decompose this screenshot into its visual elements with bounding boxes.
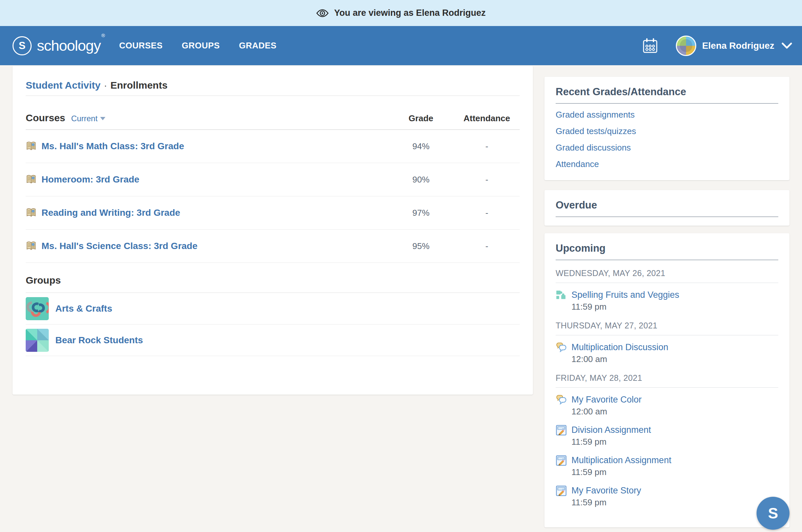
view-as-text: You are viewing as Elena Rodriguez xyxy=(334,8,485,18)
course-link[interactable]: Ms. Hall's Science Class: 3rd Grade xyxy=(26,241,388,252)
group-link[interactable]: Bear Rock Students xyxy=(26,329,143,352)
user-avatar[interactable] xyxy=(676,36,696,56)
top-nav: S schoology® COURSES GROUPS GRADES Elena… xyxy=(0,26,802,65)
upcoming-event: Multiplication Assignment 11:59 pm xyxy=(556,454,778,478)
upcoming-event: Multiplication Discussion 12:00 am xyxy=(556,341,778,365)
group-link[interactable]: Arts & Crafts xyxy=(26,297,112,320)
nav-right: Elena Rodriguez xyxy=(642,36,792,56)
course-grade: 94% xyxy=(388,141,454,152)
breadcrumb-separator: · xyxy=(104,80,107,91)
column-header-attendance: Attendance xyxy=(454,111,520,126)
courses-heading: Courses xyxy=(26,110,65,126)
bear-rock-avatar xyxy=(26,329,49,352)
upcoming-date: WEDNESDAY, MAY 26, 2021 xyxy=(556,267,778,283)
upcoming-date: FRIDAY, MAY 28, 2021 xyxy=(556,372,778,388)
course-link[interactable]: Reading and Writing: 3rd Grade xyxy=(26,207,388,218)
support-button[interactable]: S xyxy=(757,497,789,530)
recent-grades-heading: Recent Grades/Attendance xyxy=(556,85,778,104)
registered-mark: ® xyxy=(101,33,105,38)
upcoming-event: My Favorite Color 12:00 am xyxy=(556,394,778,417)
recent-grades-panel: Recent Grades/Attendance Graded assignme… xyxy=(545,77,789,180)
upcoming-heading: Upcoming xyxy=(556,241,778,260)
course-grade: 97% xyxy=(388,208,454,218)
brand-name: schoology® xyxy=(37,38,104,53)
course-book-icon xyxy=(26,141,37,152)
event-link[interactable]: My Favorite Story xyxy=(571,484,641,496)
course-row: Ms. Hall's Math Class: 3rd Grade 94% - xyxy=(26,130,520,163)
groups-heading: Groups xyxy=(26,273,520,293)
upcoming-date: THURSDAY, MAY 27, 2021 xyxy=(556,320,778,335)
arts-crafts-avatar xyxy=(26,297,49,320)
breadcrumb-student-activity-link[interactable]: Student Activity xyxy=(26,80,100,91)
eye-icon xyxy=(316,8,329,18)
event-time: 12:00 am xyxy=(571,353,668,365)
schoology-page: You are viewing as Elena Rodriguez S sch… xyxy=(0,0,802,532)
assignment-icon xyxy=(556,424,567,436)
courses-header-row: Courses Current Grade Attendance xyxy=(26,110,520,130)
link-graded-tests-quizzes[interactable]: Graded tests/quizzes xyxy=(556,123,778,139)
caret-down-icon xyxy=(100,117,106,120)
event-link[interactable]: Multiplication Discussion xyxy=(571,341,668,353)
puzzle-icon xyxy=(556,289,566,300)
schoology-mark-icon: S xyxy=(13,36,32,55)
event-link[interactable]: My Favorite Color xyxy=(571,394,642,405)
course-grade: 95% xyxy=(388,241,454,251)
course-book-icon xyxy=(26,241,37,252)
course-attendance: - xyxy=(454,208,520,218)
overdue-heading: Overdue xyxy=(556,198,778,217)
event-link[interactable]: Multiplication Assignment xyxy=(571,454,671,466)
event-link[interactable]: Spelling Fruits and Veggies xyxy=(571,289,679,301)
column-header-grade: Grade xyxy=(388,111,454,126)
enrollments-panel: Student Activity·Enrollments Courses Cur… xyxy=(13,66,533,395)
upcoming-day: THURSDAY, MAY 27, 2021 Multiplication Di… xyxy=(556,320,778,365)
course-link[interactable]: Ms. Hall's Math Class: 3rd Grade xyxy=(26,141,388,152)
link-graded-discussions[interactable]: Graded discussions xyxy=(556,139,778,156)
calendar-icon[interactable] xyxy=(642,38,658,54)
course-link[interactable]: Homeroom: 3rd Grade xyxy=(26,174,388,185)
course-book-icon xyxy=(26,174,37,185)
upcoming-event: My Favorite Story 11:59 pm xyxy=(556,484,778,508)
upcoming-day: WEDNESDAY, MAY 26, 2021 Spelling Fruits … xyxy=(556,267,778,312)
group-row: Bear Rock Students xyxy=(26,324,520,356)
schoology-logo[interactable]: S schoology® xyxy=(13,36,104,55)
course-row: Homeroom: 3rd Grade 90% - xyxy=(26,163,520,196)
course-grade: 90% xyxy=(388,175,454,185)
event-time: 12:00 am xyxy=(571,405,642,417)
courses-filter-label: Current xyxy=(71,111,97,126)
courses-filter-dropdown[interactable]: Current xyxy=(71,111,106,126)
link-graded-assignments[interactable]: Graded assignments xyxy=(556,107,778,123)
user-name[interactable]: Elena Rodriguez xyxy=(702,40,774,51)
view-as-banner: You are viewing as Elena Rodriguez xyxy=(0,0,802,26)
event-time: 11:59 pm xyxy=(571,496,641,508)
breadcrumb-current: Enrollments xyxy=(110,80,167,91)
nav-item-groups[interactable]: GROUPS xyxy=(182,40,220,51)
course-attendance: - xyxy=(454,241,520,251)
link-attendance[interactable]: Attendance xyxy=(556,156,778,172)
course-row: Ms. Hall's Science Class: 3rd Grade 95% … xyxy=(26,230,520,263)
nav-item-courses[interactable]: COURSES xyxy=(119,40,163,51)
event-time: 11:59 pm xyxy=(571,436,651,448)
nav-item-grades[interactable]: GRADES xyxy=(239,40,276,51)
event-link[interactable]: Division Assignment xyxy=(571,424,651,436)
event-time: 11:59 pm xyxy=(571,301,679,312)
chevron-down-icon[interactable] xyxy=(782,42,792,49)
upcoming-panel: Upcoming WEDNESDAY, MAY 26, 2021 Spellin… xyxy=(545,233,789,527)
upcoming-event: Spelling Fruits and Veggies 11:59 pm xyxy=(556,289,778,312)
course-book-icon xyxy=(26,207,37,218)
assignment-icon xyxy=(556,455,567,466)
assignment-icon xyxy=(556,485,567,496)
course-attendance: - xyxy=(454,175,520,185)
event-time: 11:59 pm xyxy=(571,466,671,478)
upcoming-day: FRIDAY, MAY 28, 2021 My Favorite Color 1… xyxy=(556,372,778,508)
course-attendance: - xyxy=(454,141,520,152)
discussion-icon xyxy=(556,394,567,405)
course-row: Reading and Writing: 3rd Grade 97% - xyxy=(26,196,520,230)
group-row: Arts & Crafts xyxy=(26,293,520,324)
overdue-panel: Overdue xyxy=(545,190,789,226)
breadcrumb: Student Activity·Enrollments xyxy=(26,66,520,96)
upcoming-event: Division Assignment 11:59 pm xyxy=(556,424,778,448)
nav-menu: COURSES GROUPS GRADES xyxy=(119,40,277,51)
discussion-icon xyxy=(556,342,567,353)
